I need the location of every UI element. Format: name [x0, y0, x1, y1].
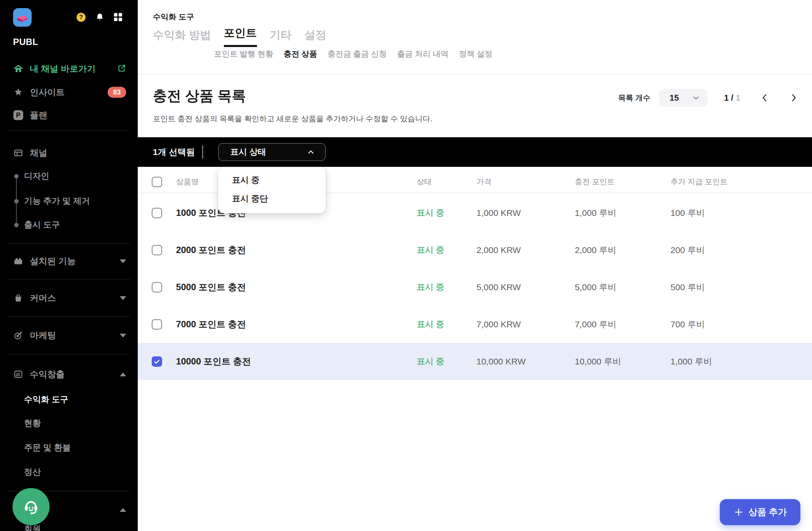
subtab-bar: 포인트 발행 현황 충전 상품 충전금 출금 신청 출금 처리 내역 정책 설정 [214, 49, 492, 59]
tree-dot [14, 199, 18, 203]
external-link-icon[interactable] [117, 64, 126, 74]
sidebar-item-my-channel[interactable]: 내 채널 바로가기 [0, 60, 138, 77]
subtab-policy-settings[interactable]: 정책 설정 [459, 49, 493, 59]
sidebar-item-label: 마케팅 [30, 330, 56, 342]
list-controls: 목록 개수 15 1 / 1 [618, 89, 800, 107]
bonus-value: 100 루비 [670, 195, 705, 232]
tab-settings[interactable]: 설정 [304, 28, 327, 47]
price-value: 7,000 KRW [477, 306, 521, 343]
sidebar-item-insight[interactable]: 인사이트 83 [0, 84, 138, 101]
table-row[interactable]: 2000 포인트 충전 표시 중 2,000 KRW 2,000 루비 200 … [138, 232, 812, 269]
subtab-withdrawal-request[interactable]: 충전금 출금 신청 [328, 49, 387, 59]
sidebar-item-marketing[interactable]: 마케팅 [0, 327, 138, 344]
row-checkbox[interactable] [152, 245, 162, 255]
brick-icon [13, 256, 24, 267]
bonus-value: 1,000 루비 [670, 343, 712, 380]
page-size-select[interactable]: 15 [659, 89, 707, 107]
pagination-indicator: 1 / 1 [724, 93, 740, 103]
sidebar-item-label: 인사이트 [30, 86, 65, 98]
support-chat-button[interactable] [13, 488, 49, 525]
product-name: 5000 포인트 충전 [176, 269, 246, 306]
tab-others[interactable]: 기타 [270, 28, 292, 47]
price-value: 2,000 KRW [477, 232, 521, 269]
prev-page-button[interactable] [758, 91, 771, 104]
points-value: 1,000 루비 [575, 195, 616, 232]
column-header-status: 상태 [417, 171, 432, 193]
tab-monetization-methods[interactable]: 수익화 방법 [153, 28, 211, 47]
divider [8, 279, 130, 279]
table-row[interactable]: 5000 포인트 충전 표시 중 5,000 KRW 5,000 루비 500 … [138, 269, 812, 306]
row-checkbox[interactable] [152, 319, 162, 330]
sidebar-item-monetization-tools[interactable]: 수익화 도구 [24, 392, 69, 407]
row-checkbox[interactable] [152, 282, 162, 292]
sidebar-item-launch-tools[interactable]: 출시 도구 [24, 218, 60, 232]
next-page-button[interactable] [787, 91, 800, 104]
bell-icon[interactable] [95, 13, 104, 22]
chevron-down-icon [120, 334, 126, 338]
tab-bar: 수익화 방법 포인트 기타 설정 [153, 26, 327, 47]
column-header-bonus: 추가 지급 포인트 [670, 171, 727, 193]
chart-icon [13, 369, 24, 379]
shopping-bag-icon [13, 293, 24, 303]
app-logo[interactable] [13, 8, 32, 27]
help-icon[interactable]: ? [76, 13, 86, 22]
chevron-left-icon [760, 93, 769, 102]
row-checkbox[interactable] [152, 208, 162, 218]
sidebar-item-commerce[interactable]: 커머스 [0, 289, 138, 307]
price-value: 5,000 KRW [477, 269, 521, 306]
price-value: 1,000 KRW [477, 195, 521, 232]
page-section-title: 수익화 도구 [153, 12, 194, 22]
row-checkbox-checked[interactable] [152, 356, 162, 367]
price-value: 10,000 KRW [477, 343, 526, 380]
sidebar-item-settlement[interactable]: 정산 [24, 465, 41, 479]
status-badge: 표시 중 [417, 232, 444, 269]
sidebar-item-status[interactable]: 현황 [24, 416, 41, 431]
tree-dot [14, 223, 18, 227]
sidebar-item-orders-refunds[interactable]: 주문 및 환불 [24, 441, 71, 455]
apps-grid-icon[interactable] [114, 13, 122, 21]
status-badge: 표시 중 [417, 343, 444, 380]
add-product-button[interactable]: 상품 추가 [720, 499, 800, 525]
select-all-checkbox[interactable] [152, 177, 162, 187]
product-name: 7000 포인트 충전 [176, 306, 246, 343]
brick-logo-icon [13, 8, 32, 27]
sidebar-item-add-remove-features[interactable]: 기능 추가 및 제거 [24, 194, 90, 208]
help-glyph: ? [79, 13, 83, 21]
subtab-charge-products[interactable]: 충전 상품 [284, 49, 317, 59]
subtab-point-issuance[interactable]: 포인트 발행 현황 [214, 49, 273, 59]
tree-dot [14, 174, 18, 178]
points-value: 5,000 루비 [575, 269, 616, 306]
chevron-right-icon [789, 93, 798, 102]
display-status-label: 표시 상태 [230, 146, 266, 158]
status-badge: 표시 중 [417, 269, 444, 306]
tab-points[interactable]: 포인트 [224, 26, 257, 47]
sidebar-item-label: 채널 [30, 147, 47, 159]
sidebar-item-label: 내 채널 바로가기 [30, 63, 96, 75]
pagination-separator: / [731, 93, 734, 103]
add-product-label: 상품 추가 [749, 506, 787, 518]
sidebar-item-label: 플랜 [30, 110, 47, 121]
brand-name: PUBL [13, 37, 38, 47]
main-content: 수익화 도구 수익화 방법 포인트 기타 설정 포인트 발행 현황 충전 상품 … [138, 0, 812, 531]
status-badge: 표시 중 [417, 306, 444, 343]
menu-item-hidden[interactable]: 표시 중단 [218, 189, 326, 208]
sidebar-item-plan[interactable]: P 플랜 [0, 106, 138, 124]
subtab-withdrawal-history[interactable]: 출금 처리 내역 [397, 49, 449, 59]
chevron-down-icon [692, 94, 700, 102]
sidebar-item-monetization[interactable]: 수익창출 [0, 365, 138, 383]
divider [8, 354, 130, 354]
bonus-value: 500 루비 [670, 269, 705, 306]
divider [8, 243, 130, 244]
table-row-selected[interactable]: 10000 포인트 충전 표시 중 10,000 KRW 10,000 루비 1… [138, 343, 812, 380]
display-status-dropdown-button[interactable]: 표시 상태 [218, 143, 326, 161]
table-row[interactable]: 7000 포인트 충전 표시 중 7,000 KRW 7,000 루비 700 … [138, 306, 812, 343]
star-icon [13, 87, 24, 98]
target-icon [13, 330, 24, 341]
sidebar-item-channel[interactable]: 채널 [0, 144, 138, 162]
menu-item-visible[interactable]: 표시 중 [218, 171, 326, 189]
sidebar-item-design[interactable]: 디자인 [24, 169, 49, 183]
screen: ? PUBL 내 채널 바로가기 [0, 0, 812, 531]
sidebar-item-installed-features[interactable]: 설치된 기능 [0, 253, 138, 270]
sidebar-item-label: 커머스 [30, 292, 56, 304]
plan-icon: P [13, 110, 24, 120]
